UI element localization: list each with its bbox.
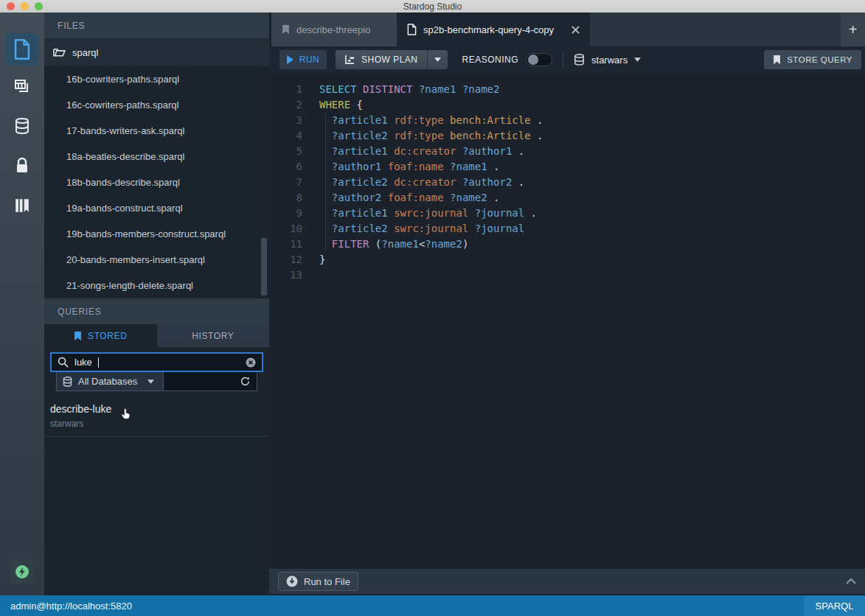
- show-plan-button[interactable]: SHOW PLAN: [336, 50, 448, 69]
- nav-rail: [0, 13, 44, 595]
- chevron-down-icon: [634, 57, 641, 62]
- stored-query-results: describe-luke starwars: [44, 391, 269, 429]
- folder-label: sparql: [72, 47, 98, 58]
- database-filter-dropdown[interactable]: All Databases: [57, 372, 164, 391]
- nav-item-workspace[interactable]: [6, 33, 38, 66]
- book-icon: [14, 197, 30, 214]
- tab-bar-filler: [590, 13, 841, 46]
- connection-status-button[interactable]: [10, 560, 34, 584]
- file-list: 16b-cowriters-paths.sparql 16c-cowriters…: [44, 66, 269, 298]
- language-badge[interactable]: SPARQL: [804, 595, 865, 616]
- connection-label: admin@http://localhost:5820: [0, 601, 132, 612]
- table-icon: [13, 77, 31, 95]
- tab-history[interactable]: HISTORY: [157, 324, 270, 347]
- run-button[interactable]: RUN: [279, 50, 327, 69]
- plan-icon: [344, 55, 355, 65]
- search-value: luke: [74, 357, 92, 368]
- code-line: 3 ?article1 rdf:type bench:Article .: [269, 113, 865, 128]
- files-panel-header: FILES: [44, 13, 269, 38]
- line-number: 11: [269, 237, 302, 252]
- line-number: 8: [269, 190, 302, 206]
- nav-item-databases[interactable]: [13, 116, 32, 136]
- file-list-item[interactable]: 18a-beatles-describe.sparql: [44, 144, 269, 169]
- minimize-window-button[interactable]: [21, 2, 29, 10]
- indent-guide: [325, 113, 326, 252]
- bolt-icon: [15, 564, 29, 579]
- file-list-item[interactable]: 16b-cowriters-paths.sparql: [44, 66, 269, 92]
- line-number: 1: [269, 82, 302, 97]
- play-icon: [287, 55, 293, 64]
- line-number: 7: [269, 175, 302, 190]
- app-window: Stardog Studio: [0, 0, 865, 616]
- close-tab-icon[interactable]: [572, 26, 580, 34]
- side-panel: FILES sparql 16b-cowriters-paths.sparql …: [44, 13, 269, 595]
- folder-row-sparql[interactable]: sparql: [44, 38, 269, 66]
- database-filter-spacer: [164, 372, 257, 391]
- code-line: 10 ?article2 swrc:journal ?journal: [269, 221, 865, 237]
- toggle-knob: [528, 55, 538, 65]
- main-area: describe-threepio sp2b-benchmark-query-4…: [269, 13, 865, 595]
- file-list-item[interactable]: 18b-bands-describe.sparql: [44, 169, 269, 195]
- lock-icon: [14, 157, 30, 175]
- line-number: 12: [269, 252, 302, 267]
- clear-search-icon[interactable]: [246, 357, 256, 368]
- file-list-item[interactable]: 16c-cowriters-paths.sparql: [44, 92, 269, 118]
- zoom-window-button[interactable]: [35, 2, 43, 10]
- refresh-icon[interactable]: [240, 376, 251, 387]
- database-selector[interactable]: starwars: [574, 54, 641, 66]
- mouse-cursor: [120, 407, 133, 421]
- file-list-item[interactable]: 17-bands-writers-ask.sparql: [44, 118, 269, 144]
- code-line: 11 FILTER (?name1<?name2): [269, 237, 865, 252]
- bookmark-icon: [282, 24, 290, 35]
- file-list-item[interactable]: 20-bands-members-insert.sparql: [44, 247, 269, 273]
- list-divider: [44, 436, 269, 437]
- code-line: 9 ?article1 swrc:journal ?journal .: [269, 206, 865, 221]
- nav-item-models[interactable]: [13, 77, 32, 96]
- file-list-item[interactable]: 21-songs-length-delete.sparql: [44, 273, 269, 298]
- stored-query-item[interactable]: describe-luke starwars: [44, 391, 269, 429]
- new-tab-button[interactable]: +: [841, 13, 865, 46]
- line-number: 3: [269, 113, 302, 128]
- bookmark-icon: [773, 55, 781, 65]
- line-number: 2: [269, 97, 302, 113]
- queries-tabs: STORED HISTORY: [44, 324, 269, 347]
- reasoning-toggle[interactable]: [526, 53, 552, 66]
- line-number: 6: [269, 159, 302, 175]
- chevron-down-icon: [147, 379, 154, 384]
- folder-open-icon: [53, 47, 66, 57]
- window-title: Stardog Studio: [403, 1, 462, 12]
- file-list-item[interactable]: 19a-bands-construct.sparql: [44, 195, 269, 221]
- chevron-up-icon[interactable]: [846, 578, 856, 584]
- stored-query-search-input[interactable]: luke: [50, 352, 263, 372]
- show-plan-dropdown-button[interactable]: [428, 50, 448, 69]
- line-number: 5: [269, 144, 302, 159]
- code-editor[interactable]: 1 SELECT DISTINCT ?name1 ?name2 2 WHERE …: [269, 73, 865, 569]
- close-window-button[interactable]: [7, 2, 15, 10]
- line-number: 10: [269, 221, 302, 237]
- download-circle-icon: [286, 575, 298, 587]
- database-icon: [63, 377, 72, 387]
- code-line: 2 WHERE {: [269, 97, 865, 113]
- tab-describe-threepio[interactable]: describe-threepio: [271, 13, 397, 46]
- query-toolbar: RUN SHOW PLAN REASONING: [269, 46, 865, 73]
- line-number: 13: [269, 267, 302, 283]
- code-line: 8 ?author2 foaf:name ?name2 .: [269, 190, 865, 206]
- code-line: 5 ?article1 dc:creator ?author1 .: [269, 144, 865, 159]
- code-line: 7 ?article2 dc:creator ?author2 .: [269, 175, 865, 190]
- tab-sp2b-benchmark-query[interactable]: sp2b-benchmark-query-4-copy: [397, 13, 590, 46]
- reasoning-label: REASONING: [462, 55, 519, 65]
- file-icon: [13, 39, 31, 60]
- code-line: 12 }: [269, 252, 865, 267]
- file-list-scrollbar[interactable]: [261, 238, 267, 295]
- store-query-button[interactable]: STORE QUERY: [764, 50, 861, 69]
- bookmark-icon: [74, 331, 82, 341]
- nav-item-tutorials[interactable]: [13, 196, 32, 215]
- search-icon: [58, 357, 69, 368]
- run-to-file-button[interactable]: Run to File: [278, 572, 358, 591]
- code-line: 1 SELECT DISTINCT ?name1 ?name2: [269, 82, 865, 97]
- nav-item-security[interactable]: [13, 156, 32, 175]
- code-line: 13: [269, 267, 865, 283]
- file-list-item[interactable]: 19b-bands-members-construct.sparql: [44, 221, 269, 247]
- tab-stored[interactable]: STORED: [44, 324, 157, 347]
- editor-tab-bar: describe-threepio sp2b-benchmark-query-4…: [269, 13, 865, 46]
